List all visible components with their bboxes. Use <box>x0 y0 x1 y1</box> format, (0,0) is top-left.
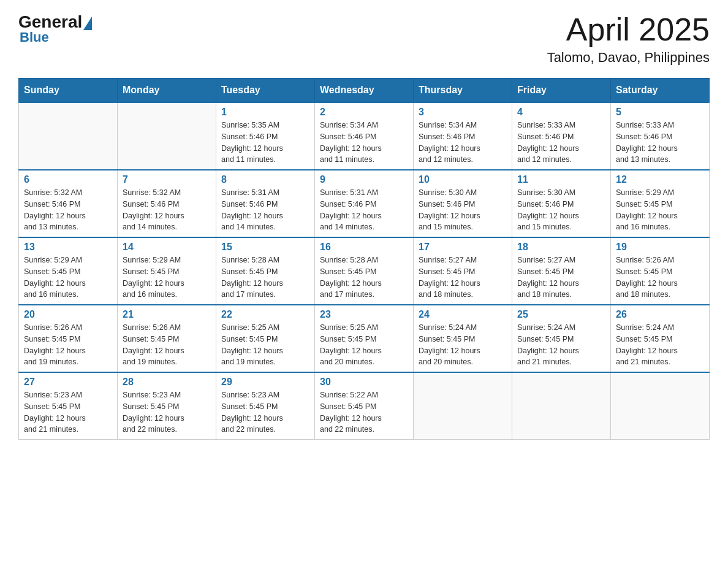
calendar-cell: 21Sunrise: 5:26 AM Sunset: 5:45 PM Dayli… <box>118 305 216 372</box>
calendar-cell: 19Sunrise: 5:26 AM Sunset: 5:45 PM Dayli… <box>611 237 710 305</box>
day-info: Sunrise: 5:25 AM Sunset: 5:45 PM Dayligh… <box>320 322 408 368</box>
day-number: 18 <box>517 242 605 253</box>
day-info: Sunrise: 5:22 AM Sunset: 5:45 PM Dayligh… <box>320 389 408 435</box>
day-info: Sunrise: 5:33 AM Sunset: 5:46 PM Dayligh… <box>616 120 704 166</box>
calendar-cell: 9Sunrise: 5:31 AM Sunset: 5:46 PM Daylig… <box>315 170 414 237</box>
calendar-cell: 2Sunrise: 5:34 AM Sunset: 5:46 PM Daylig… <box>315 102 414 170</box>
day-info: Sunrise: 5:32 AM Sunset: 5:46 PM Dayligh… <box>123 187 211 233</box>
calendar-cell: 20Sunrise: 5:26 AM Sunset: 5:45 PM Dayli… <box>19 305 118 372</box>
calendar-cell: 29Sunrise: 5:23 AM Sunset: 5:45 PM Dayli… <box>216 372 315 440</box>
day-info: Sunrise: 5:27 AM Sunset: 5:45 PM Dayligh… <box>517 255 605 301</box>
day-number: 29 <box>221 377 309 388</box>
day-number: 17 <box>419 242 507 253</box>
day-info: Sunrise: 5:31 AM Sunset: 5:46 PM Dayligh… <box>221 187 309 233</box>
day-info: Sunrise: 5:33 AM Sunset: 5:46 PM Dayligh… <box>517 120 605 166</box>
calendar-cell: 5Sunrise: 5:33 AM Sunset: 5:46 PM Daylig… <box>611 102 710 170</box>
day-info: Sunrise: 5:34 AM Sunset: 5:46 PM Dayligh… <box>320 120 408 166</box>
day-number: 22 <box>221 309 309 320</box>
day-info: Sunrise: 5:25 AM Sunset: 5:45 PM Dayligh… <box>221 322 309 368</box>
calendar-cell: 30Sunrise: 5:22 AM Sunset: 5:45 PM Dayli… <box>315 372 414 440</box>
day-number: 15 <box>221 242 309 253</box>
calendar-cell: 1Sunrise: 5:35 AM Sunset: 5:46 PM Daylig… <box>216 102 315 170</box>
day-number: 13 <box>24 242 112 253</box>
day-number: 16 <box>320 242 408 253</box>
day-info: Sunrise: 5:27 AM Sunset: 5:45 PM Dayligh… <box>419 255 507 301</box>
calendar-cell: 23Sunrise: 5:25 AM Sunset: 5:45 PM Dayli… <box>315 305 414 372</box>
calendar-cell: 10Sunrise: 5:30 AM Sunset: 5:46 PM Dayli… <box>414 170 512 237</box>
calendar-cell: 25Sunrise: 5:24 AM Sunset: 5:45 PM Dayli… <box>512 305 611 372</box>
day-info: Sunrise: 5:31 AM Sunset: 5:46 PM Dayligh… <box>320 187 408 233</box>
calendar-day-header: Monday <box>118 79 216 103</box>
calendar-day-header: Thursday <box>414 79 512 103</box>
logo: General Blue <box>18 12 93 45</box>
day-number: 28 <box>123 377 211 388</box>
calendar-cell: 27Sunrise: 5:23 AM Sunset: 5:45 PM Dayli… <box>19 372 118 440</box>
calendar-day-header: Sunday <box>19 79 118 103</box>
calendar-day-header: Wednesday <box>315 79 414 103</box>
day-info: Sunrise: 5:29 AM Sunset: 5:45 PM Dayligh… <box>24 255 112 301</box>
day-number: 19 <box>616 242 704 253</box>
day-number: 7 <box>123 174 211 185</box>
calendar-header-row: SundayMondayTuesdayWednesdayThursdayFrid… <box>19 79 710 103</box>
day-number: 25 <box>517 309 605 320</box>
main-title: April 2025 <box>547 12 710 47</box>
subtitle: Talomo, Davao, Philippines <box>547 50 710 66</box>
calendar-cell: 28Sunrise: 5:23 AM Sunset: 5:45 PM Dayli… <box>118 372 216 440</box>
day-number: 2 <box>320 107 408 118</box>
calendar-cell: 15Sunrise: 5:28 AM Sunset: 5:45 PM Dayli… <box>216 237 315 305</box>
day-number: 10 <box>419 174 507 185</box>
calendar-cell <box>118 102 216 170</box>
calendar-cell: 18Sunrise: 5:27 AM Sunset: 5:45 PM Dayli… <box>512 237 611 305</box>
calendar-cell: 12Sunrise: 5:29 AM Sunset: 5:45 PM Dayli… <box>611 170 710 237</box>
calendar-cell <box>19 102 118 170</box>
week-row: 6Sunrise: 5:32 AM Sunset: 5:46 PM Daylig… <box>19 170 710 237</box>
calendar-cell: 3Sunrise: 5:34 AM Sunset: 5:46 PM Daylig… <box>414 102 512 170</box>
day-number: 27 <box>24 377 112 388</box>
day-number: 12 <box>616 174 704 185</box>
week-row: 13Sunrise: 5:29 AM Sunset: 5:45 PM Dayli… <box>19 237 710 305</box>
day-info: Sunrise: 5:34 AM Sunset: 5:46 PM Dayligh… <box>419 120 507 166</box>
day-number: 30 <box>320 377 408 388</box>
day-number: 21 <box>123 309 211 320</box>
day-info: Sunrise: 5:24 AM Sunset: 5:45 PM Dayligh… <box>616 322 704 368</box>
week-row: 20Sunrise: 5:26 AM Sunset: 5:45 PM Dayli… <box>19 305 710 372</box>
day-info: Sunrise: 5:30 AM Sunset: 5:46 PM Dayligh… <box>517 187 605 233</box>
day-number: 11 <box>517 174 605 185</box>
calendar-cell <box>414 372 512 440</box>
logo-blue: Blue <box>20 29 49 45</box>
day-info: Sunrise: 5:24 AM Sunset: 5:45 PM Dayligh… <box>419 322 507 368</box>
day-info: Sunrise: 5:28 AM Sunset: 5:45 PM Dayligh… <box>221 255 309 301</box>
day-info: Sunrise: 5:26 AM Sunset: 5:45 PM Dayligh… <box>616 255 704 301</box>
day-info: Sunrise: 5:29 AM Sunset: 5:45 PM Dayligh… <box>616 187 704 233</box>
calendar-table: SundayMondayTuesdayWednesdayThursdayFrid… <box>18 78 710 440</box>
calendar-cell: 4Sunrise: 5:33 AM Sunset: 5:46 PM Daylig… <box>512 102 611 170</box>
day-number: 9 <box>320 174 408 185</box>
logo-triangle-icon <box>83 17 92 30</box>
calendar-day-header: Tuesday <box>216 79 315 103</box>
calendar-cell: 7Sunrise: 5:32 AM Sunset: 5:46 PM Daylig… <box>118 170 216 237</box>
week-row: 27Sunrise: 5:23 AM Sunset: 5:45 PM Dayli… <box>19 372 710 440</box>
day-number: 23 <box>320 309 408 320</box>
day-info: Sunrise: 5:24 AM Sunset: 5:45 PM Dayligh… <box>517 322 605 368</box>
page-header: General Blue April 2025 Talomo, Davao, P… <box>18 12 710 66</box>
day-number: 3 <box>419 107 507 118</box>
day-number: 14 <box>123 242 211 253</box>
day-info: Sunrise: 5:28 AM Sunset: 5:45 PM Dayligh… <box>320 255 408 301</box>
calendar-cell: 22Sunrise: 5:25 AM Sunset: 5:45 PM Dayli… <box>216 305 315 372</box>
day-info: Sunrise: 5:26 AM Sunset: 5:45 PM Dayligh… <box>24 322 112 368</box>
calendar-day-header: Friday <box>512 79 611 103</box>
day-number: 4 <box>517 107 605 118</box>
day-info: Sunrise: 5:32 AM Sunset: 5:46 PM Dayligh… <box>24 187 112 233</box>
calendar-cell: 13Sunrise: 5:29 AM Sunset: 5:45 PM Dayli… <box>19 237 118 305</box>
calendar-cell: 14Sunrise: 5:29 AM Sunset: 5:45 PM Dayli… <box>118 237 216 305</box>
day-number: 8 <box>221 174 309 185</box>
calendar-cell: 8Sunrise: 5:31 AM Sunset: 5:46 PM Daylig… <box>216 170 315 237</box>
calendar-cell: 17Sunrise: 5:27 AM Sunset: 5:45 PM Dayli… <box>414 237 512 305</box>
calendar-cell: 16Sunrise: 5:28 AM Sunset: 5:45 PM Dayli… <box>315 237 414 305</box>
calendar-day-header: Saturday <box>611 79 710 103</box>
day-number: 5 <box>616 107 704 118</box>
day-number: 20 <box>24 309 112 320</box>
day-number: 26 <box>616 309 704 320</box>
calendar-cell: 6Sunrise: 5:32 AM Sunset: 5:46 PM Daylig… <box>19 170 118 237</box>
day-number: 1 <box>221 107 309 118</box>
